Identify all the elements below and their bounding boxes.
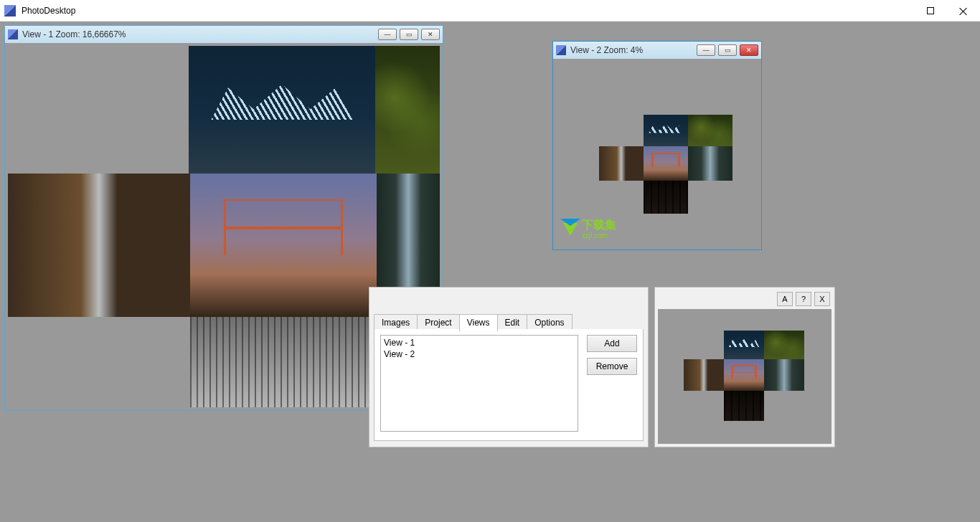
image-tile[interactable] (190, 317, 377, 407)
list-item[interactable]: View - 1 (382, 337, 576, 348)
mdi-window-view-2[interactable]: View - 2 Zoom: 4% — ▭ ✕ 下载集 xzji.com (552, 41, 762, 250)
image-tile (724, 331, 764, 359)
preview-panel: A ? X (654, 287, 835, 447)
panel-close-button[interactable]: X (814, 292, 830, 306)
image-tile (684, 359, 724, 391)
remove-button[interactable]: Remove (587, 358, 637, 375)
list-item[interactable]: View - 2 (382, 348, 576, 360)
image-tile (724, 359, 764, 391)
watermark-sub: xzji.com (582, 232, 616, 239)
watermark-text: 下载集 (582, 219, 616, 231)
maximize-button[interactable] (914, 0, 947, 22)
image-tile[interactable] (688, 146, 732, 181)
image-tile[interactable] (8, 174, 190, 317)
mdi-canvas[interactable]: 下载集 xzji.com (556, 62, 758, 247)
mdi-minimize-button[interactable]: — (697, 44, 715, 56)
close-button[interactable] (947, 0, 980, 22)
watermark: 下载集 xzji.com (563, 219, 616, 239)
panel-a-button[interactable]: A (777, 292, 793, 306)
app-title: PhotoDesktop (22, 6, 75, 16)
image-tile (764, 359, 804, 391)
minimize-button[interactable] (881, 0, 914, 22)
image-tile (764, 331, 804, 359)
mdi-close-button[interactable]: ✕ (740, 44, 758, 56)
watermark-icon (563, 223, 578, 236)
workspace: View - 1 Zoom: 16,66667% — ▭ ✕ View - 2 … (0, 22, 980, 522)
image-tile[interactable] (375, 46, 440, 174)
window-title: View - 1 Zoom: 16,66667% (22, 29, 126, 39)
image-tile[interactable] (644, 181, 688, 214)
panel-help-button[interactable]: ? (796, 292, 811, 306)
mdi-titlebar[interactable]: View - 2 Zoom: 4% — ▭ ✕ (553, 42, 761, 59)
window-icon (556, 45, 566, 55)
mdi-maximize-button[interactable]: ▭ (400, 29, 418, 40)
image-tile[interactable] (644, 115, 688, 146)
views-listbox[interactable]: View - 1 View - 2 (380, 335, 578, 432)
image-tile[interactable] (190, 174, 377, 317)
mdi-maximize-button[interactable]: ▭ (718, 44, 737, 56)
image-tile[interactable] (599, 146, 644, 181)
image-tile[interactable] (189, 46, 375, 174)
window-icon (8, 29, 18, 39)
add-button[interactable]: Add (587, 335, 637, 352)
preview-canvas[interactable] (658, 309, 831, 444)
mdi-minimize-button[interactable]: — (378, 29, 397, 40)
main-titlebar: PhotoDesktop (0, 0, 980, 22)
image-tile (724, 391, 764, 421)
app-icon (4, 5, 16, 16)
window-title: View - 2 Zoom: 4% (570, 45, 643, 55)
control-panel: Images Project Views Edit Options View -… (369, 287, 649, 447)
image-tile[interactable] (688, 115, 732, 146)
image-tile[interactable] (644, 146, 688, 181)
tab-body: View - 1 View - 2 Add Remove (374, 329, 644, 441)
mdi-close-button[interactable]: ✕ (421, 29, 440, 40)
tab-strip: Images Project Views Edit Options (374, 313, 572, 331)
tab-views[interactable]: Views (459, 314, 498, 331)
mdi-titlebar[interactable]: View - 1 Zoom: 16,66667% — ▭ ✕ (5, 26, 443, 43)
